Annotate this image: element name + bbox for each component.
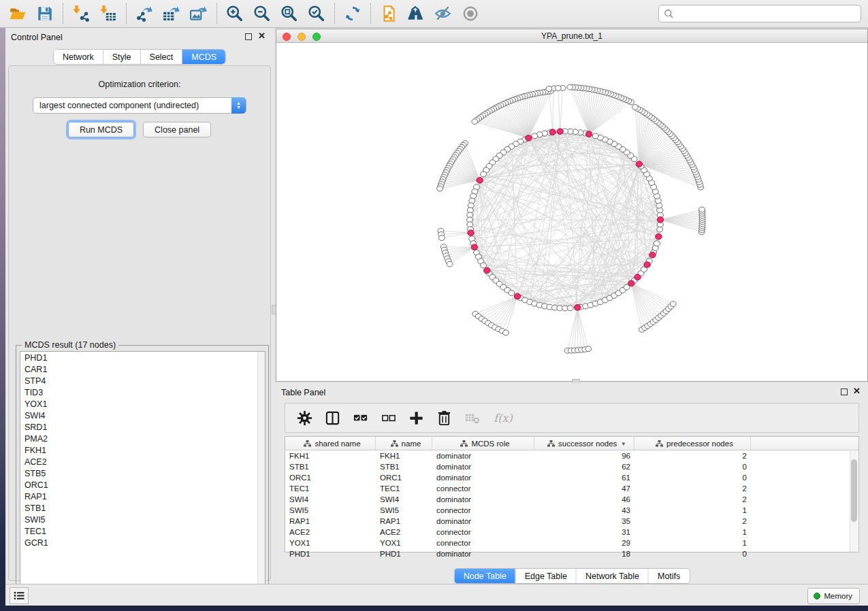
tab-select[interactable]: Select — [141, 50, 183, 64]
mcds-result-item[interactable]: YOX1 — [20, 398, 265, 410]
first-neighbors-button[interactable] — [402, 2, 430, 25]
tab-motifs[interactable]: Motifs — [649, 569, 689, 583]
mcds-result-item[interactable]: ACE2 — [20, 456, 265, 467]
table-row[interactable]: TEC1TEC1connector472 — [285, 483, 858, 494]
network-file-button[interactable] — [375, 2, 402, 25]
mcds-result-item[interactable]: PHD1 — [20, 352, 265, 363]
hide-selected-button[interactable] — [430, 2, 457, 25]
close-traffic-light[interactable] — [283, 33, 291, 41]
mcds-result-item[interactable]: SWI4 — [20, 410, 265, 421]
column-header-successor-nodes[interactable]: successor nodes▾ — [534, 437, 634, 450]
cell-predecessor_nodes: 0 — [634, 548, 751, 559]
mcds-result-item[interactable]: RAP1 — [20, 491, 265, 502]
delete-column-button[interactable] — [436, 410, 452, 426]
tab-network-table[interactable]: Network Table — [577, 569, 649, 583]
mcds-result-item[interactable]: SWI5 — [20, 514, 265, 525]
table-scrollbar[interactable] — [850, 451, 858, 552]
float-window-icon[interactable] — [841, 389, 848, 395]
tab-edge-table[interactable]: Edge Table — [516, 569, 577, 583]
mcds-result-item[interactable]: PMA2 — [20, 433, 265, 444]
console-button[interactable] — [10, 587, 29, 604]
table-row[interactable]: ORC1ORC1dominator610 — [285, 472, 858, 483]
memory-button[interactable]: Memory — [807, 588, 860, 604]
column-header-name[interactable]: name — [376, 437, 432, 450]
mcds-result-item[interactable]: STP4 — [20, 375, 265, 386]
mcds-result-item[interactable]: TID3 — [20, 386, 265, 398]
column-type-icon — [304, 440, 311, 447]
table-panel: Table Panel ✕ f(x) shared namenameMCDS r… — [276, 383, 868, 584]
zoom-selected-button[interactable] — [303, 2, 330, 25]
search-box[interactable] — [658, 5, 861, 22]
cell-successor_nodes: 35 — [534, 516, 634, 527]
cell-shared_name: SWI5 — [285, 505, 376, 516]
mcds-list-scrollbar[interactable] — [257, 352, 265, 594]
column-header-MCDS-role[interactable]: MCDS role — [432, 437, 534, 450]
node-table[interactable]: shared namenameMCDS rolesuccessor nodes▾… — [285, 436, 859, 552]
select-all-button[interactable] — [352, 410, 368, 426]
save-session-button[interactable] — [31, 2, 59, 25]
open-file-button[interactable] — [4, 2, 31, 25]
tab-node-table[interactable]: Node Table — [455, 569, 516, 583]
network-canvas[interactable] — [276, 43, 867, 381]
close-panel-icon[interactable]: ✕ — [853, 386, 861, 396]
add-column-button[interactable] — [408, 410, 424, 426]
mcds-result-item[interactable]: STB1 — [20, 502, 265, 514]
mcds-result-item[interactable]: TEC1 — [20, 525, 265, 537]
table-row[interactable]: STB1STB1dominator620 — [285, 461, 858, 472]
column-view-button[interactable] — [324, 410, 340, 426]
mcds-result-item[interactable]: GCR1 — [20, 537, 265, 548]
zoom-in-button[interactable] — [221, 2, 248, 25]
export-table-button[interactable] — [158, 2, 185, 25]
tab-mcds[interactable]: MCDS — [182, 50, 225, 64]
table-panel-tabs: Node TableEdge TableNetwork TableMotifs — [454, 568, 690, 584]
tab-style[interactable]: Style — [103, 50, 141, 64]
node-table-header-row: shared namenameMCDS rolesuccessor nodes▾… — [285, 437, 858, 450]
toolbar-separator — [334, 3, 335, 24]
optimization-criterion-dropdown[interactable]: largest connected component (undirected)… — [33, 97, 246, 114]
close-panel-icon[interactable]: ✕ — [258, 31, 266, 41]
table-scrollbar-thumb[interactable] — [851, 459, 857, 522]
column-type-icon — [547, 440, 555, 447]
mcds-result-item[interactable]: STB5 — [20, 467, 265, 479]
minimize-traffic-light[interactable] — [298, 33, 306, 41]
add-column-icon — [408, 410, 424, 426]
mcds-result-list[interactable]: PHD1CAR1STP4TID3YOX1SWI4SRD1PMA2FKH1ACE2… — [20, 351, 266, 595]
function-builder-button[interactable]: f(x) — [492, 410, 515, 426]
zoom-out-button[interactable] — [248, 2, 276, 25]
column-header-predecessor-nodes[interactable]: predecessor nodes — [634, 437, 751, 450]
maximize-traffic-light[interactable] — [312, 33, 321, 41]
network-graph[interactable] — [276, 43, 867, 381]
table-row[interactable]: YOX1YOX1connector291 — [285, 538, 858, 548]
deselect-all-button[interactable] — [380, 410, 396, 426]
import-table-button[interactable] — [95, 2, 122, 25]
export-network-button[interactable] — [131, 2, 158, 25]
column-header-shared-name[interactable]: shared name — [285, 437, 376, 450]
mcds-result-item[interactable]: FKH1 — [20, 444, 265, 456]
import-network-button[interactable] — [67, 2, 95, 25]
network-window-titlebar[interactable]: YPA_prune.txt_1 — [276, 29, 867, 43]
close-panel-button[interactable]: Close panel — [143, 122, 211, 137]
mcds-result-item[interactable]: ORC1 — [20, 479, 265, 491]
cell-mcds_role: connector — [432, 483, 534, 494]
table-row[interactable]: FKH1FKH1dominator962 — [285, 450, 858, 461]
float-window-icon[interactable] — [245, 33, 252, 40]
table-row[interactable]: RAP1RAP1dominator352 — [285, 516, 858, 527]
refresh-button[interactable] — [339, 2, 366, 25]
mcds-result-item[interactable]: CAR1 — [20, 363, 265, 375]
zoom-fit-button[interactable] — [276, 2, 303, 25]
table-row[interactable]: SWI5SWI5connector431 — [285, 505, 858, 516]
show-all-button[interactable] — [457, 2, 484, 25]
mcds-result-title: MCDS result (17 nodes) — [22, 340, 118, 350]
search-input[interactable] — [674, 7, 861, 20]
mcds-result-item[interactable]: SRD1 — [20, 421, 265, 433]
export-image-button[interactable] — [185, 2, 212, 25]
table-row[interactable]: SWI4SWI4dominator462 — [285, 494, 858, 505]
show-all-icon — [462, 5, 479, 22]
tab-network[interactable]: Network — [54, 50, 103, 64]
delete-table-button[interactable] — [464, 410, 480, 426]
table-row[interactable]: ACE2ACE2connector311 — [285, 527, 858, 538]
run-mcds-button[interactable]: Run MCDS — [68, 122, 134, 137]
control-panel-title: Control Panel — [11, 33, 63, 42]
gear-button[interactable] — [296, 410, 312, 426]
table-row[interactable]: PHD1PHD1dominator180 — [285, 548, 858, 559]
